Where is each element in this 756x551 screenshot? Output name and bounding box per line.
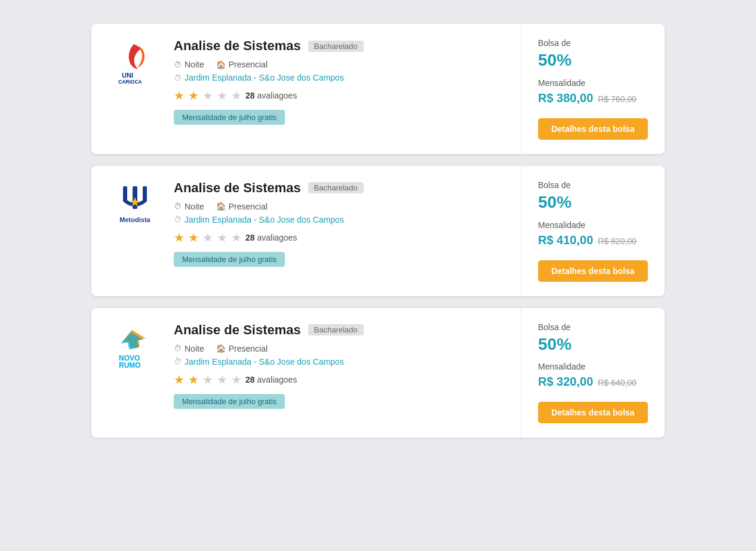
period-meta: ⏱ Noite: [174, 344, 204, 353]
course-title: Analise de Sistemas: [174, 38, 301, 54]
title-row: Analise de Sistemas Bacharelado: [174, 322, 504, 338]
star-empty: ★: [217, 88, 228, 103]
card-info-novorumo: Analise de Sistemas Bacharelado ⏱ Noite …: [174, 322, 504, 409]
card-main-novorumo: NOVO RUMO Analise de Sistemas Bacharelad…: [91, 308, 521, 438]
bolsa-percent: 50%: [538, 193, 648, 212]
price-row: R$ 410,00 R$ 820,00: [538, 233, 648, 247]
svg-text:Centro Universitário: Centro Universitário: [118, 85, 147, 86]
logo-novorumo: NOVO RUMO: [108, 322, 162, 370]
stars-row: ★★★★★ 28 avaliagoes: [174, 88, 504, 103]
star-empty: ★: [231, 373, 242, 387]
location-row: ⏱ Jardim Esplanada - S&o Jose dos Campos: [174, 357, 504, 367]
card-novorumo: NOVO RUMO Analise de Sistemas Bacharelad…: [91, 308, 665, 438]
star-empty: ★: [217, 230, 228, 245]
details-button[interactable]: Detalhes desta bolsa: [538, 118, 648, 140]
bolsa-label: Bolsa de: [538, 322, 648, 332]
card-info-unicarioca: Analise de Sistemas Bacharelado ⏱ Noite …: [174, 38, 504, 125]
mensalidade-label: Mensalidade: [538, 78, 648, 88]
promo-badge: Mensalidade de julho gratis: [174, 252, 285, 267]
modality-meta: 🏠 Presencial: [216, 344, 268, 353]
modality-meta: 🏠 Presencial: [216, 202, 268, 211]
bolsa-label: Bolsa de: [538, 38, 648, 48]
logo-metodista: Metodista: [108, 180, 162, 228]
price-row: R$ 320,00 R$ 640,00: [538, 375, 648, 389]
period-text: Noite: [185, 202, 204, 211]
price-original: R$ 760,00: [598, 94, 637, 104]
card-aside-metodista: Bolsa de 50% Mensalidade R$ 410,00 R$ 82…: [521, 166, 665, 296]
clock-icon: ⏱: [174, 344, 182, 353]
card-main-unicarioca: UNI CARIOCA Centro Universitário Analise…: [91, 24, 521, 154]
bolsa-percent: 50%: [538, 51, 648, 70]
star-empty: ★: [217, 373, 228, 387]
location-icon: ⏱: [174, 73, 182, 82]
promo-badge: Mensalidade de julho gratis: [174, 110, 285, 125]
card-meta: ⏱ Noite 🏠 Presencial: [174, 60, 504, 69]
title-row: Analise de Sistemas Bacharelado: [174, 38, 504, 54]
card-main-metodista: Metodista Analise de Sistemas Bacharelad…: [91, 166, 521, 296]
star-filled: ★: [174, 230, 185, 245]
card-aside-novorumo: Bolsa de 50% Mensalidade R$ 320,00 R$ 64…: [521, 308, 665, 438]
svg-text:Metodista: Metodista: [119, 216, 150, 223]
star-filled: ★: [188, 373, 199, 387]
stars-row: ★★★★★ 28 avaliagoes: [174, 230, 504, 245]
card-unicarioca: UNI CARIOCA Centro Universitário Analise…: [91, 24, 665, 154]
star-empty: ★: [202, 373, 213, 387]
svg-text:UNI: UNI: [122, 72, 133, 79]
title-row: Analise de Sistemas Bacharelado: [174, 180, 504, 196]
modality-text: Presencial: [229, 344, 268, 353]
price-row: R$ 380,00 R$ 760,00: [538, 91, 648, 105]
star-filled: ★: [174, 373, 185, 387]
period-text: Noite: [185, 344, 204, 353]
home-icon: 🏠: [216, 202, 226, 211]
period-meta: ⏱ Noite: [174, 202, 204, 211]
star-filled: ★: [188, 230, 199, 245]
card-metodista: Metodista Analise de Sistemas Bacharelad…: [91, 166, 665, 296]
star-filled: ★: [174, 88, 185, 103]
star-empty: ★: [231, 230, 242, 245]
promo-badge: Mensalidade de julho gratis: [174, 394, 285, 409]
price-current: R$ 380,00: [538, 91, 593, 105]
home-icon: 🏠: [216, 60, 226, 69]
price-original: R$ 820,00: [598, 236, 637, 246]
price-current: R$ 320,00: [538, 375, 593, 389]
degree-badge: Bacharelado: [308, 324, 364, 335]
star-filled: ★: [188, 88, 199, 103]
card-meta: ⏱ Noite 🏠 Presencial: [174, 202, 504, 211]
modality-text: Presencial: [229, 60, 268, 69]
home-icon: 🏠: [216, 344, 226, 353]
cards-list: UNI CARIOCA Centro Universitário Analise…: [91, 24, 665, 438]
bolsa-percent: 50%: [538, 335, 648, 354]
course-title: Analise de Sistemas: [174, 180, 301, 196]
clock-icon: ⏱: [174, 202, 182, 211]
period-meta: ⏱ Noite: [174, 60, 204, 69]
clock-icon: ⏱: [174, 60, 182, 69]
location-text: Jardim Esplanada - S&o Jose dos Campos: [185, 357, 344, 367]
star-empty: ★: [202, 230, 213, 245]
location-icon: ⏱: [174, 357, 182, 366]
star-empty: ★: [202, 88, 213, 103]
details-button[interactable]: Detalhes desta bolsa: [538, 260, 648, 282]
reviews-count: 28 avaliagoes: [245, 233, 297, 242]
logo-unicarioca: UNI CARIOCA Centro Universitário: [108, 38, 162, 86]
svg-text:RUMO: RUMO: [119, 361, 141, 370]
price-original: R$ 640,00: [598, 378, 637, 387]
mensalidade-label: Mensalidade: [538, 220, 648, 230]
reviews-count: 28 avaliagoes: [245, 91, 297, 100]
degree-badge: Bacharelado: [308, 41, 364, 52]
svg-text:CARIOCA: CARIOCA: [118, 79, 142, 85]
price-current: R$ 410,00: [538, 233, 593, 247]
location-row: ⏱ Jardim Esplanada - S&o Jose dos Campos: [174, 215, 504, 224]
card-info-metodista: Analise de Sistemas Bacharelado ⏱ Noite …: [174, 180, 504, 267]
card-meta: ⏱ Noite 🏠 Presencial: [174, 344, 504, 353]
card-aside-unicarioca: Bolsa de 50% Mensalidade R$ 380,00 R$ 76…: [521, 24, 665, 154]
mensalidade-label: Mensalidade: [538, 362, 648, 371]
location-icon: ⏱: [174, 215, 182, 224]
star-empty: ★: [231, 88, 242, 103]
course-title: Analise de Sistemas: [174, 322, 301, 338]
bolsa-label: Bolsa de: [538, 180, 648, 190]
location-row: ⏱ Jardim Esplanada - S&o Jose dos Campos: [174, 73, 504, 82]
details-button[interactable]: Detalhes desta bolsa: [538, 402, 648, 423]
modality-text: Presencial: [229, 202, 268, 211]
location-text: Jardim Esplanada - S&o Jose dos Campos: [185, 215, 344, 224]
modality-meta: 🏠 Presencial: [216, 60, 268, 69]
